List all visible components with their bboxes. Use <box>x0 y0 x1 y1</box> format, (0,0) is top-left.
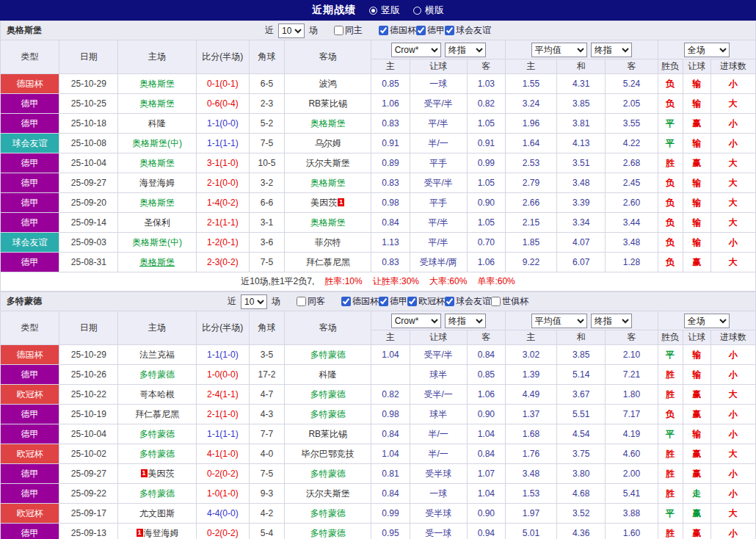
match-score[interactable]: 0-2(0-2) <box>196 524 249 539</box>
home-team[interactable]: 奥格斯堡(中) <box>132 138 182 148</box>
home-team[interactable]: 多特蒙德 <box>139 449 175 459</box>
same-venue-filter[interactable]: 同客 <box>297 295 325 308</box>
home-team[interactable]: 海登海姆 <box>139 178 175 188</box>
match-score[interactable]: 2-1(1-0) <box>196 405 249 424</box>
home-team[interactable]: 多特蒙德 <box>139 488 175 499</box>
league-checkbox[interactable] <box>407 297 417 306</box>
league-checkbox[interactable] <box>491 297 501 306</box>
league-label[interactable]: 球会友谊 <box>456 295 491 308</box>
away-team[interactable]: 拜仁慕尼黑 <box>306 257 350 267</box>
league-filter[interactable]: 世俱杯 <box>491 295 528 308</box>
same-venue-checkbox[interactable] <box>334 26 344 35</box>
away-team[interactable]: 多特蒙德 <box>310 469 346 479</box>
match-score[interactable]: 1-0(0-0) <box>196 365 249 385</box>
match-score[interactable]: 1-1(0-0) <box>196 114 249 134</box>
euro-odds-time-select[interactable]: 终指 <box>591 314 632 328</box>
match-score[interactable]: 1-4(0-2) <box>196 193 249 213</box>
league-label[interactable]: 世俱杯 <box>502 295 528 308</box>
home-team[interactable]: 奥格斯堡 <box>139 257 175 267</box>
away-team[interactable]: 多特蒙德 <box>310 528 346 538</box>
home-team[interactable]: 奥格斯堡 <box>139 198 175 208</box>
match-score[interactable]: 1-1(1-1) <box>196 424 249 444</box>
home-team[interactable]: 法兰克福 <box>139 350 175 360</box>
home-team[interactable]: 拜仁慕尼黑 <box>135 409 179 419</box>
match-count-select[interactable]: 10 <box>241 294 267 309</box>
home-team[interactable]: 圣保利 <box>144 217 170 228</box>
away-team[interactable]: 乌尔姆 <box>315 138 341 148</box>
match-score[interactable]: 0-1(0-1) <box>196 74 249 94</box>
away-team[interactable]: 多特蒙德 <box>310 350 346 360</box>
away-team[interactable]: 美因茨 <box>310 198 337 208</box>
league-checkbox[interactable] <box>445 26 454 35</box>
bookmaker-select[interactable]: Crow* <box>391 43 441 57</box>
home-team[interactable]: 尤文图斯 <box>139 508 175 518</box>
league-filter[interactable]: 德国杯 <box>341 295 379 308</box>
radio-icon[interactable] <box>369 7 377 15</box>
match-score[interactable]: 0-2(0-2) <box>196 464 249 484</box>
same-venue-checkbox[interactable] <box>297 297 306 306</box>
away-team[interactable]: 科隆 <box>319 369 337 380</box>
match-score[interactable]: 2-1(0-0) <box>196 173 249 193</box>
match-score[interactable]: 0-6(0-4) <box>196 94 249 114</box>
asian-odds-time-select[interactable]: 终指 <box>445 43 486 57</box>
league-checkbox[interactable] <box>379 26 388 35</box>
away-team[interactable]: 菲尔特 <box>315 237 341 247</box>
league-checkbox[interactable] <box>445 297 454 306</box>
match-score[interactable]: 3-1(1-0) <box>196 153 249 173</box>
home-team[interactable]: 多特蒙德 <box>139 369 175 380</box>
home-team[interactable]: 奥格斯堡 <box>139 158 175 168</box>
away-team[interactable]: 波鸿 <box>319 79 337 89</box>
asian-odds-time-select[interactable]: 终指 <box>445 314 486 328</box>
radio-icon[interactable] <box>413 7 421 15</box>
home-team[interactable]: 科隆 <box>148 118 166 129</box>
home-team[interactable]: 奥格斯堡 <box>139 98 175 109</box>
layout-radio[interactable]: 竖版 <box>369 4 400 17</box>
league-filter[interactable]: 球会友谊 <box>445 24 491 37</box>
match-score[interactable]: 2-4(1-1) <box>196 385 249 405</box>
away-team[interactable]: 奥格斯堡 <box>310 217 346 228</box>
league-filter[interactable]: 德国杯 <box>379 24 416 37</box>
match-score[interactable]: 1-1(1-0) <box>196 345 249 365</box>
away-team[interactable]: 多特蒙德 <box>310 409 346 419</box>
home-team[interactable]: 海登海姆 <box>144 528 179 538</box>
away-team[interactable]: 奥格斯堡 <box>310 178 346 188</box>
away-team[interactable]: RB莱比锡 <box>308 98 347 109</box>
average-select[interactable]: 平均值 <box>531 43 587 57</box>
home-team[interactable]: 美因茨 <box>148 469 175 479</box>
match-score[interactable]: 1-2(0-1) <box>196 233 249 253</box>
bookmaker-select[interactable]: Crow* <box>391 314 441 328</box>
radio-label[interactable]: 竖版 <box>381 4 400 17</box>
league-label[interactable]: 德国杯 <box>390 24 416 37</box>
league-label[interactable]: 德国杯 <box>352 295 379 308</box>
same-venue-label[interactable]: 同主 <box>345 24 363 37</box>
match-score[interactable]: 1-1(1-1) <box>196 134 249 153</box>
away-team[interactable]: 沃尔夫斯堡 <box>306 158 350 168</box>
same-venue-label[interactable]: 同客 <box>308 295 325 308</box>
scope-select[interactable]: 全场 <box>684 314 730 328</box>
league-label[interactable]: 德甲 <box>390 295 407 308</box>
away-team[interactable]: 奥格斯堡 <box>310 118 346 129</box>
league-label[interactable]: 欧冠杯 <box>418 295 445 308</box>
match-score[interactable]: 2-1(1-1) <box>196 213 249 233</box>
league-label[interactable]: 德甲 <box>427 24 445 37</box>
match-score[interactable]: 1-0(1-0) <box>196 484 249 504</box>
away-team[interactable]: RB莱比锡 <box>308 429 347 439</box>
league-filter[interactable]: 德甲 <box>416 24 445 37</box>
league-filter[interactable]: 球会友谊 <box>445 295 491 308</box>
match-score[interactable]: 4-4(0-0) <box>196 504 249 524</box>
league-checkbox[interactable] <box>379 297 388 306</box>
home-team[interactable]: 奥格斯堡 <box>139 79 175 89</box>
away-team[interactable]: 多特蒙德 <box>310 508 346 518</box>
scope-select[interactable]: 全场 <box>684 43 730 57</box>
match-score[interactable]: 2-3(0-2) <box>196 253 249 272</box>
away-team[interactable]: 毕尔巴鄂竞技 <box>302 449 355 459</box>
league-filter[interactable]: 德甲 <box>379 295 407 308</box>
home-team[interactable]: 多特蒙德 <box>139 429 175 439</box>
radio-label[interactable]: 横版 <box>425 4 444 17</box>
league-label[interactable]: 球会友谊 <box>456 24 491 37</box>
same-venue-filter[interactable]: 同主 <box>334 24 363 37</box>
away-team[interactable]: 沃尔夫斯堡 <box>306 488 350 499</box>
match-count-select[interactable]: 10 <box>278 23 305 38</box>
layout-radio[interactable]: 横版 <box>413 4 444 17</box>
average-select[interactable]: 平均值 <box>531 314 587 328</box>
